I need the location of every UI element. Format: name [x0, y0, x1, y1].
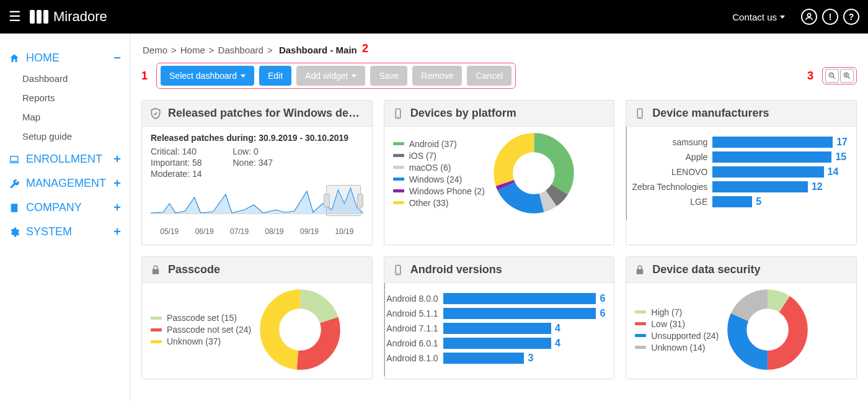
passcode-donut-chart — [260, 289, 340, 370]
annotation-2: 2 — [362, 42, 368, 55]
widget-title: Android versions — [410, 263, 502, 276]
bar-value: 5 — [756, 196, 761, 207]
account-icon[interactable] — [801, 9, 817, 25]
contact-us-dropdown[interactable]: Contact us — [732, 12, 785, 22]
toggle-icon: + — [113, 200, 121, 215]
legend-swatch — [393, 142, 404, 145]
legend-item: Unsupported (24) — [635, 331, 719, 341]
wrench-icon — [9, 178, 21, 189]
legend-item: Low (31) — [635, 319, 719, 329]
breadcrumb-current: Dashboard - Main — [279, 45, 357, 55]
sidebar: HOME−DashboardReportsMapSetup guideENROL… — [0, 34, 130, 401]
legend-item: Unknown (14) — [635, 343, 719, 353]
gear-icon — [9, 227, 21, 238]
zoom-out-button[interactable] — [825, 69, 839, 83]
caret-down-icon — [241, 74, 246, 78]
platform-donut-chart — [494, 133, 574, 214]
widget-passcode[interactable]: Passcode Passcode set (15)Passcode not s… — [141, 256, 373, 379]
remove-button[interactable]: Remove — [412, 66, 462, 86]
breadcrumb: Demo>Home>Dashboard> Dashboard - Main 2 — [143, 43, 857, 56]
widget-devices-by-platform[interactable]: Devices by platform Android (37)iOS (7)m… — [384, 100, 615, 245]
bar-row: Android 8.1.03 — [385, 353, 606, 364]
legend-item: Passcode set (15) — [151, 313, 251, 323]
bar-value: 6 — [600, 293, 605, 304]
building-icon — [9, 202, 21, 214]
legend-item: Unknown (37) — [151, 336, 251, 346]
breadcrumb-link[interactable]: Home — [180, 45, 205, 55]
edit-button[interactable]: Edit — [259, 66, 291, 86]
cancel-button[interactable]: Cancel — [467, 66, 512, 86]
zoom-controls — [822, 67, 857, 84]
security-donut-chart — [727, 289, 808, 370]
breadcrumb-link[interactable]: Demo — [143, 45, 167, 55]
widget-device-manufacturers[interactable]: Device manufacturers samsung17Apple15LEN… — [626, 100, 857, 245]
legend-swatch — [151, 340, 162, 343]
sidebar-section-company[interactable]: COMPANY+ — [0, 197, 130, 219]
bar-row: LENOVO14 — [627, 166, 848, 178]
legend-swatch — [393, 201, 404, 204]
select-dashboard-button[interactable]: Select dashboard — [161, 66, 254, 86]
bar-row: Android 8.0.06 — [385, 293, 606, 304]
patch-stat: None: 347 — [233, 158, 273, 168]
sidebar-item-setup-guide[interactable]: Setup guide — [0, 127, 130, 146]
widget-released-patches[interactable]: Released patches for Windows devi… Relea… — [141, 100, 373, 245]
legend-swatch — [393, 166, 404, 169]
legend-item: Passcode not set (24) — [151, 325, 251, 335]
time-range-brush[interactable] — [326, 185, 361, 216]
svg-point-18 — [516, 156, 551, 191]
patch-stat: Critical: 140 — [151, 146, 202, 156]
widget-title: Released patches for Windows devi… — [168, 107, 365, 120]
lock-icon — [149, 264, 162, 276]
topbar: ☰ Miradore Contact us ! ? — [0, 0, 868, 34]
legend-swatch — [393, 189, 404, 192]
sidebar-item-map[interactable]: Map — [0, 107, 130, 127]
menu-toggle-button[interactable]: ☰ — [9, 9, 21, 25]
bar-row: Android 6.0.14 — [385, 338, 606, 349]
sidebar-section-system[interactable]: SYSTEM+ — [0, 221, 130, 243]
bar — [443, 323, 551, 334]
lock-icon — [634, 264, 646, 276]
patch-stat: Low: 0 — [233, 146, 273, 156]
legend-item: Windows (24) — [393, 174, 485, 184]
bar — [712, 151, 831, 163]
bar-row: LGE5 — [627, 196, 848, 207]
add-widget-button[interactable]: Add widget — [296, 66, 365, 86]
dashboard-toolbar: Select dashboard Edit Add widget Save Re… — [156, 63, 516, 89]
patch-subtitle: Released patches during: 30.9.2019 - 30.… — [151, 133, 363, 143]
bar-value: 3 — [528, 353, 533, 364]
sidebar-section-management[interactable]: MANAGEMENT+ — [0, 173, 130, 194]
legend-swatch — [151, 328, 162, 331]
zoom-in-button[interactable] — [840, 69, 854, 83]
brand-logo[interactable]: Miradore — [30, 9, 107, 25]
legend-swatch — [635, 334, 646, 337]
widget-device-data-security[interactable]: Device data security High (7)Low (31)Uns… — [626, 256, 857, 379]
legend-swatch — [635, 346, 646, 349]
sidebar-item-dashboard[interactable]: Dashboard — [0, 69, 130, 88]
bar — [443, 353, 525, 364]
home-icon — [9, 53, 21, 64]
help-icon[interactable]: ? — [843, 9, 859, 25]
legend-swatch — [393, 178, 404, 181]
alert-icon[interactable]: ! — [822, 9, 838, 25]
passcode-legend: Passcode set (15)Passcode not set (24)Un… — [151, 311, 251, 348]
sidebar-section-enrollment[interactable]: ENROLLMENT+ — [0, 148, 130, 170]
bar-value: 6 — [600, 308, 605, 319]
save-button[interactable]: Save — [370, 66, 407, 86]
sidebar-section-home[interactable]: HOME− — [0, 47, 130, 69]
svg-point-0 — [807, 14, 810, 17]
bar-value: 14 — [828, 166, 839, 178]
svg-line-3 — [833, 77, 835, 79]
toggle-icon: − — [113, 51, 121, 65]
logo-icon — [30, 10, 48, 24]
legend-item: iOS (7) — [393, 151, 485, 161]
caret-down-icon — [780, 16, 785, 19]
bar-value: 12 — [812, 181, 823, 192]
breadcrumb-link[interactable]: Dashboard — [218, 45, 264, 55]
widget-title: Device data security — [652, 263, 760, 276]
widget-title: Passcode — [168, 263, 220, 276]
svg-rect-1 — [11, 156, 18, 161]
bar — [712, 196, 752, 207]
svg-line-6 — [848, 77, 850, 79]
widget-android-versions[interactable]: Android versions Android 8.0.06Android 5… — [384, 256, 615, 379]
sidebar-item-reports[interactable]: Reports — [0, 88, 130, 107]
